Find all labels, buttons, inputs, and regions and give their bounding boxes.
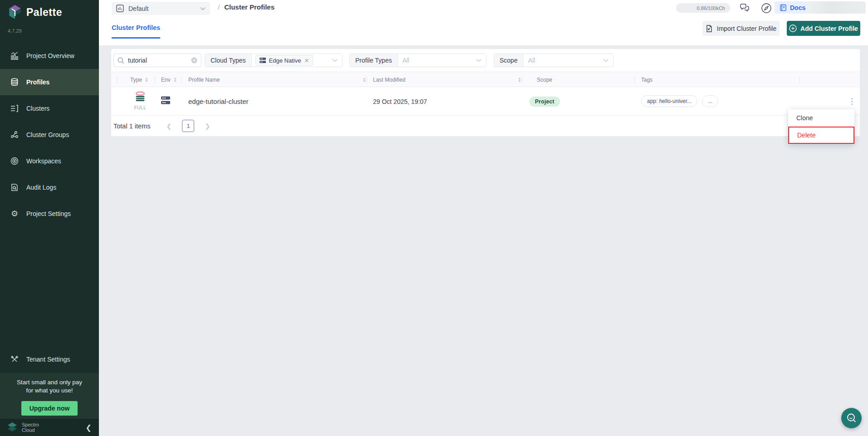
table-row[interactable]: FULL edge-tutorial-cluster 29 Oct 2025, …	[111, 87, 860, 116]
edge-native-icon	[161, 96, 170, 104]
sidebar-item-cluster-groups[interactable]: Cluster Groups	[0, 122, 99, 148]
audit-logs-icon	[10, 183, 19, 192]
upgrade-now-button[interactable]: Upgrade now	[21, 401, 78, 416]
cloud-types-filter[interactable]: Cloud Types Edge Native ✕	[205, 54, 343, 67]
column-header-env[interactable]: Env	[161, 72, 177, 88]
pagination-next-icon[interactable]: ❯	[201, 120, 213, 132]
sort-icon[interactable]	[145, 78, 148, 82]
table-header: Type Env Profile Name Last Modified	[111, 72, 860, 87]
search-icon	[118, 57, 124, 64]
bar-chart-icon	[10, 51, 19, 60]
tools-icon	[10, 355, 19, 364]
sidebar-item-workspaces[interactable]: Workspaces	[0, 148, 99, 174]
sidebar: Palette 4.7.29 Project Overview Profiles	[0, 0, 99, 436]
tags-overflow-pill[interactable]: ...	[702, 95, 718, 107]
column-header-last-modified[interactable]: Last Modified	[373, 72, 405, 88]
tag-pill[interactable]: app: hello-univer...	[641, 95, 697, 107]
feedback-chat-button[interactable]	[738, 1, 751, 15]
column-header-profile-name-sort[interactable]	[360, 72, 366, 88]
compass-icon	[761, 3, 772, 14]
profile-type-label: FULL	[128, 105, 152, 110]
column-header-profile-name[interactable]: Profile Name	[188, 72, 220, 88]
last-modified-cell: 29 Oct 2025, 19:07	[373, 87, 427, 116]
sidebar-item-audit-logs[interactable]: Audit Logs	[0, 174, 99, 201]
sidebar-nav: Project Overview Profiles Clusters Clust…	[0, 43, 99, 227]
column-header-last-modified-sort[interactable]	[515, 72, 521, 88]
chevron-down-icon	[603, 59, 608, 62]
menu-item-clone[interactable]: Clone	[788, 109, 854, 127]
clusters-icon	[10, 104, 19, 113]
breadcrumb-current: Cluster Profiles	[224, 3, 275, 11]
import-button-label: Import Cluster Profile	[717, 25, 776, 32]
pagination-prev-icon[interactable]: ❮	[163, 120, 175, 132]
clear-search-icon[interactable]	[191, 57, 197, 64]
chevron-down-icon	[332, 59, 338, 62]
sort-icon[interactable]	[174, 78, 177, 82]
sidebar-item-clusters[interactable]: Clusters	[0, 95, 99, 122]
chip-remove-icon[interactable]: ✕	[304, 57, 309, 64]
cloud-types-label: Cloud Types	[205, 54, 252, 67]
magnifier-smile-icon	[846, 412, 858, 424]
palette-logo: Palette	[8, 5, 62, 20]
cluster-profiles-panel: Cloud Types Edge Native ✕ Profile Types …	[111, 49, 860, 136]
project-selector[interactable]: Default	[112, 2, 210, 15]
scope-value: All	[524, 57, 603, 64]
spectro-cloud-logo-icon	[7, 422, 17, 433]
cluster-groups-icon	[10, 130, 19, 139]
env-cell	[161, 96, 170, 106]
sidebar-item-label: Tenant Settings	[26, 356, 70, 363]
server-icon	[260, 58, 266, 63]
profiles-icon	[10, 78, 19, 87]
sidebar-item-profiles[interactable]: Profiles	[0, 69, 99, 95]
tags-cell: app: hello-univer... ...	[641, 95, 718, 107]
docs-label: Docs	[790, 4, 805, 11]
sidebar-item-label: Cluster Groups	[26, 131, 69, 138]
app-root: Palette 4.7.29 Project Overview Profiles	[0, 0, 868, 436]
chat-bubbles-icon	[740, 4, 750, 13]
sort-icon[interactable]	[518, 78, 521, 82]
sidebar-item-label: Profiles	[26, 78, 49, 86]
sidebar-item-tenant-settings[interactable]: Tenant Settings	[0, 346, 99, 372]
workspaces-icon	[10, 157, 19, 166]
column-header-type[interactable]: Type	[130, 72, 148, 88]
upsell-text-line2: for what you use!	[0, 387, 99, 395]
search-field[interactable]	[113, 54, 201, 67]
column-header-scope: Scope	[537, 72, 552, 88]
search-input[interactable]	[128, 57, 187, 64]
user-account-area[interactable]	[807, 1, 866, 14]
docs-link[interactable]: Docs	[775, 1, 810, 14]
plus-circle-icon	[789, 24, 797, 32]
sidebar-item-label: Clusters	[26, 105, 49, 112]
full-profile-stack-icon	[134, 90, 147, 103]
import-cluster-profile-button[interactable]: Import Cluster Profile	[702, 21, 780, 36]
menu-item-delete[interactable]: Delete	[788, 127, 854, 144]
scope-label: Scope	[494, 54, 524, 67]
add-button-label: Add Cluster Profile	[800, 25, 858, 32]
profile-name-cell[interactable]: edge-tutorial-cluster	[188, 87, 249, 116]
filter-bar: Cloud Types Edge Native ✕ Profile Types …	[111, 54, 860, 67]
project-selector-value: Default	[128, 5, 196, 12]
pagination-total: Total 1 items	[113, 122, 150, 130]
profile-types-filter[interactable]: Profile Types All	[349, 54, 486, 67]
top-bar: Default / Cluster Profiles 0.86/100kCh D…	[99, 0, 868, 45]
scope-filter[interactable]: Scope All	[494, 54, 613, 67]
add-cluster-profile-button[interactable]: Add Cluster Profile	[787, 21, 860, 36]
version-label: 4.7.29	[8, 28, 22, 34]
breadcrumb-separator: /	[218, 3, 220, 11]
sort-icon[interactable]	[363, 78, 366, 82]
project-chart-icon	[116, 5, 124, 12]
help-compass-button[interactable]	[760, 1, 773, 15]
spectro-cloud-wordmark: Spectro Cloud	[22, 422, 39, 433]
help-search-floating-button[interactable]	[841, 408, 862, 428]
row-actions-menu: Clone Delete	[788, 109, 854, 144]
pagination: Total 1 items ❮ 1 ❯	[111, 116, 860, 136]
usage-counter-badge: 0.86/100kCh	[676, 3, 731, 13]
sidebar-collapse-icon[interactable]: ❮	[86, 423, 92, 432]
sidebar-item-project-overview[interactable]: Project Overview	[0, 43, 99, 69]
profile-type-cell: FULL	[128, 90, 152, 110]
sidebar-item-project-settings[interactable]: ⚙ Project Settings	[0, 201, 99, 227]
sidebar-footer: Spectro Cloud ❮	[0, 418, 99, 436]
tab-cluster-profiles[interactable]: Cluster Profiles	[112, 24, 160, 39]
chevron-down-icon	[200, 7, 206, 10]
pagination-page-1[interactable]: 1	[182, 120, 194, 132]
